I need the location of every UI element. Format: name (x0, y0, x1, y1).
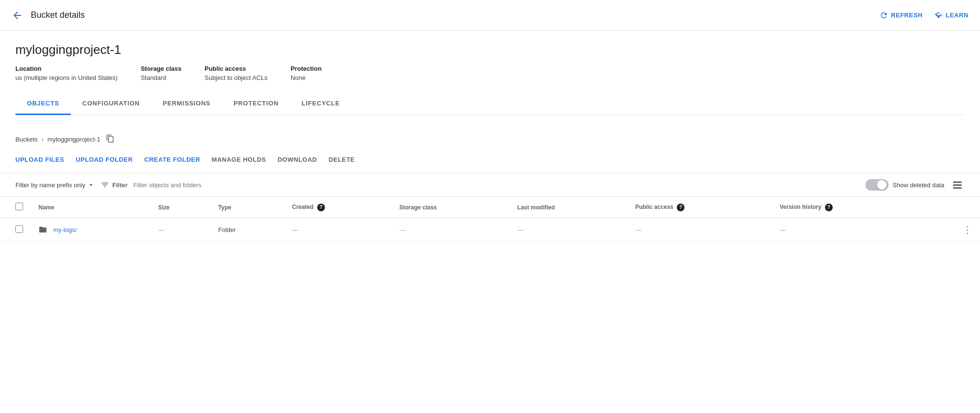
tab-objects[interactable]: OBJECTS (15, 93, 71, 115)
row-size: — (151, 218, 211, 242)
storage-class-meta: Storage class Standard (141, 65, 181, 81)
top-bar-left: Bucket details (12, 10, 85, 21)
objects-table: Name Size Type Created ? Storage class L… (0, 197, 980, 242)
row-storage-class: — (391, 218, 509, 242)
density-button[interactable] (950, 179, 965, 192)
th-version-history: Version history ? (772, 197, 924, 218)
row-public-access: — (628, 218, 772, 242)
filter-icon-label: Filter (112, 181, 128, 189)
th-last-modified: Last modified (510, 197, 628, 218)
tab-permissions[interactable]: PERMISSIONS (151, 93, 222, 115)
row-name: my-logs/ (31, 218, 151, 242)
learn-label: LEARN (946, 12, 968, 19)
tab-lifecycle[interactable]: LIFECYCLE (290, 93, 351, 115)
th-actions (924, 197, 980, 218)
filter-icon-wrap: Filter (101, 181, 128, 189)
delete-button[interactable]: DELETE (329, 152, 355, 167)
tab-bar: OBJECTS CONFIGURATION PERMISSIONS PROTEC… (15, 93, 965, 115)
folder-icon (39, 225, 49, 233)
show-deleted-toggle[interactable] (865, 179, 889, 191)
show-deleted-label: Show deleted data (892, 181, 944, 189)
copy-icon[interactable] (106, 134, 115, 144)
protection-label: Protection (291, 65, 322, 72)
filter-input[interactable] (133, 181, 860, 189)
breadcrumb-current: myloggingproject-1 (48, 136, 101, 143)
row-version-history: — (772, 218, 924, 242)
location-meta: Location us (multiple regions in United … (15, 65, 117, 81)
created-help-icon[interactable]: ? (317, 204, 325, 211)
breadcrumb: Buckets › myloggingproject-1 (0, 127, 980, 148)
filter-prefix-dropdown[interactable]: Filter by name prefix only (15, 177, 95, 193)
th-size: Size (151, 197, 211, 218)
public-access-help-icon[interactable]: ? (677, 204, 684, 211)
back-button[interactable] (12, 10, 23, 21)
row-more-button[interactable]: ⋮ (963, 224, 972, 235)
create-folder-button[interactable]: CREATE FOLDER (144, 152, 200, 167)
row-name-link[interactable]: my-logs/ (53, 226, 77, 233)
row-checkbox[interactable] (15, 225, 23, 233)
top-bar-right: REFRESH LEARN (879, 11, 968, 20)
version-history-help-icon[interactable]: ? (825, 204, 833, 211)
row-created: — (284, 218, 392, 242)
protection-value: None (291, 74, 322, 81)
tab-configuration[interactable]: CONFIGURATION (71, 93, 151, 115)
show-deleted-toggle-wrap: Show deleted data (865, 179, 944, 191)
breadcrumb-buckets[interactable]: Buckets (15, 136, 38, 143)
storage-class-label: Storage class (141, 65, 181, 72)
row-type: Folder (210, 218, 284, 242)
th-storage-class: Storage class (391, 197, 509, 218)
bucket-metadata: Location us (multiple regions in United … (15, 65, 965, 81)
top-bar: Bucket details REFRESH LEARN (0, 0, 980, 31)
protection-meta: Protection None (291, 65, 322, 81)
th-name: Name (31, 197, 151, 218)
filter-prefix-label: Filter by name prefix only (15, 181, 85, 189)
public-access-value: Subject to object ACLs (205, 74, 268, 81)
bucket-name: myloggingproject-1 (15, 42, 965, 57)
action-bar: UPLOAD FILES UPLOAD FOLDER CREATE FOLDER… (0, 148, 980, 173)
download-button[interactable]: DOWNLOAD (278, 152, 317, 167)
location-value: us (multiple regions in United States) (15, 74, 117, 81)
row-checkbox-cell (0, 218, 31, 242)
location-label: Location (15, 65, 117, 72)
row-last-modified: — (510, 218, 628, 242)
public-access-meta: Public access Subject to object ACLs (205, 65, 268, 81)
filter-right: Show deleted data (865, 179, 965, 192)
upload-folder-button[interactable]: UPLOAD FOLDER (76, 152, 132, 167)
storage-class-value: Standard (141, 74, 181, 81)
filter-bar: Filter by name prefix only Filter Show d… (0, 173, 980, 197)
manage-holds-button[interactable]: MANAGE HOLDS (212, 152, 266, 167)
breadcrumb-separator: › (41, 136, 43, 143)
select-all-th (0, 197, 31, 218)
th-public-access: Public access ? (628, 197, 772, 218)
table-header-row: Name Size Type Created ? Storage class L… (0, 197, 980, 218)
bucket-info-section: myloggingproject-1 Location us (multiple… (0, 31, 980, 127)
upload-files-button[interactable]: UPLOAD FILES (15, 152, 64, 167)
refresh-button[interactable]: REFRESH (879, 11, 923, 20)
tab-protection[interactable]: PROTECTION (222, 93, 290, 115)
learn-button[interactable]: LEARN (934, 11, 968, 20)
public-access-label: Public access (205, 65, 268, 72)
th-created: Created ? (284, 197, 392, 218)
refresh-label: REFRESH (891, 12, 923, 19)
toggle-knob (877, 180, 887, 190)
select-all-checkbox[interactable] (15, 203, 23, 210)
page-title: Bucket details (31, 10, 85, 20)
th-type: Type (210, 197, 284, 218)
table-row: my-logs/ — Folder — — — — — ⋮ (0, 218, 980, 242)
row-more-actions: ⋮ (924, 218, 980, 242)
